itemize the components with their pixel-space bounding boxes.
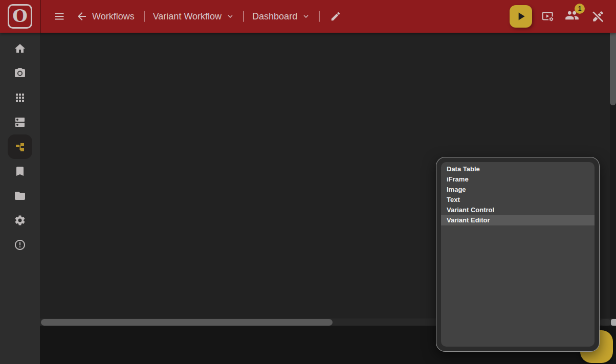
toggle-edit-mode-button[interactable] [591, 10, 605, 23]
page-selector-label: Dashboard [252, 11, 297, 22]
edit-off-icon [591, 10, 605, 23]
menu-item-image[interactable]: Image [441, 185, 595, 195]
rename-button[interactable] [330, 11, 341, 22]
sidebar-item-home[interactable] [0, 36, 40, 61]
home-icon [8, 36, 32, 61]
chevron-down-icon [301, 12, 311, 21]
breadcrumb-separator [144, 11, 145, 22]
gear-icon [8, 208, 32, 233]
camera-icon [8, 61, 32, 85]
breadcrumb-workflows[interactable]: Workflows [92, 11, 135, 22]
chevron-down-icon [226, 12, 235, 21]
menu-item-variant-control[interactable]: Variant Control [441, 205, 595, 215]
scrollbar-corner-thumb[interactable] [611, 319, 616, 326]
error-icon [8, 233, 32, 257]
sidebar-item-dns[interactable] [0, 110, 40, 134]
breadcrumb-separator [243, 11, 244, 22]
sidebar-item-apps[interactable] [0, 85, 40, 110]
menu-item-variant-editor[interactable]: Variant Editor [441, 215, 595, 225]
sidebar-item-settings[interactable] [0, 208, 40, 233]
sidebar-item-bookmarks[interactable] [0, 159, 40, 184]
component-menu-panel: Data Table iFrame Image Text Variant Con… [436, 157, 600, 352]
sidebar-item-files[interactable] [0, 184, 40, 208]
logo-letter: O [12, 7, 28, 25]
run-settings-button[interactable] [541, 10, 555, 23]
dns-icon [8, 110, 32, 134]
folder-icon [8, 184, 32, 208]
app-logo: O [0, 0, 40, 33]
horizontal-scrollbar-thumb[interactable] [41, 319, 333, 326]
run-workflow-button[interactable] [510, 5, 532, 28]
video-settings-icon [541, 10, 555, 23]
bookmark-icon [8, 159, 32, 184]
apps-grid-icon [8, 85, 32, 110]
edit-pencil-icon [330, 11, 341, 22]
sidebar-item-workflows[interactable] [0, 134, 40, 159]
workflow-schema-icon [8, 134, 32, 159]
page-selector-dropdown[interactable]: Dashboard [252, 11, 311, 22]
workflow-selector-dropdown[interactable]: Variant Workflow [153, 11, 235, 22]
workflow-selector-label: Variant Workflow [153, 11, 222, 22]
play-icon [514, 10, 527, 23]
top-app-bar: O Workflows Variant Workflow Dashboard [0, 0, 616, 33]
collaborators-button[interactable]: 1 [565, 8, 579, 25]
back-arrow-icon [76, 10, 88, 22]
back-button[interactable] [76, 10, 88, 22]
menu-item-data-table[interactable]: Data Table [441, 164, 595, 174]
sidebar-item-alerts[interactable] [0, 233, 40, 257]
vertical-scrollbar-thumb[interactable] [610, 33, 616, 105]
component-menu-list: Data Table iFrame Image Text Variant Con… [441, 162, 595, 347]
sidebar-nav [0, 33, 40, 364]
topbar-divider [40, 0, 41, 33]
hamburger-menu-icon [53, 10, 65, 22]
hamburger-menu-button[interactable] [53, 10, 65, 22]
logo-badge: O [8, 4, 32, 29]
menu-item-iframe[interactable]: iFrame [441, 174, 595, 185]
breadcrumb-separator [319, 11, 320, 22]
app-window: Data Table iFrame Image Text Variant Con… [0, 0, 616, 364]
horizontal-scrollbar-fragment[interactable] [600, 319, 611, 326]
collaborators-count-badge: 1 [575, 4, 585, 14]
sidebar-item-camera[interactable] [0, 61, 40, 85]
menu-item-text[interactable]: Text [441, 195, 595, 205]
